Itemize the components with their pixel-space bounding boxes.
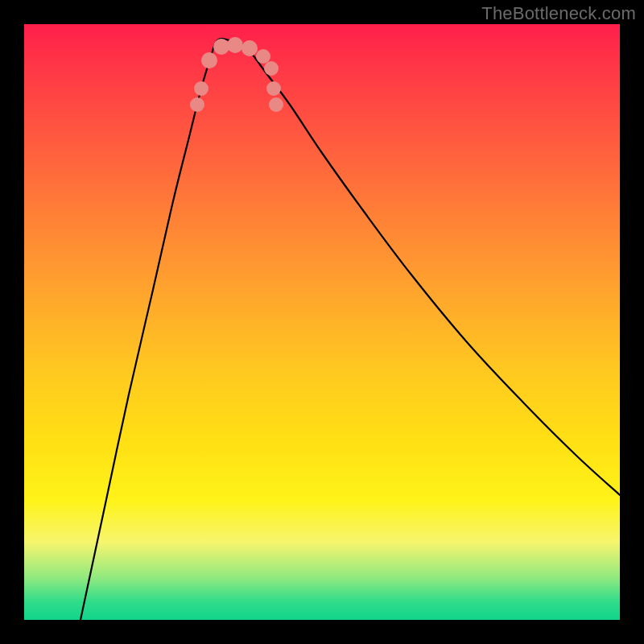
curve-marker: [264, 61, 279, 76]
curve-marker: [256, 49, 270, 64]
plot-area: [24, 24, 620, 620]
bottleneck-curve: [80, 39, 620, 620]
curve-markers: [190, 37, 283, 112]
curve-marker: [269, 97, 283, 112]
curve-marker: [190, 97, 204, 112]
chart-svg: [24, 24, 620, 620]
app-frame: TheBottleneck.com: [0, 0, 644, 644]
curve-marker: [266, 81, 281, 96]
curve-marker: [213, 39, 229, 55]
curve-marker: [227, 37, 243, 53]
curve-marker: [242, 40, 258, 56]
watermark-text: TheBottleneck.com: [481, 3, 636, 24]
curve-marker: [194, 81, 208, 96]
curve-marker: [201, 52, 217, 68]
